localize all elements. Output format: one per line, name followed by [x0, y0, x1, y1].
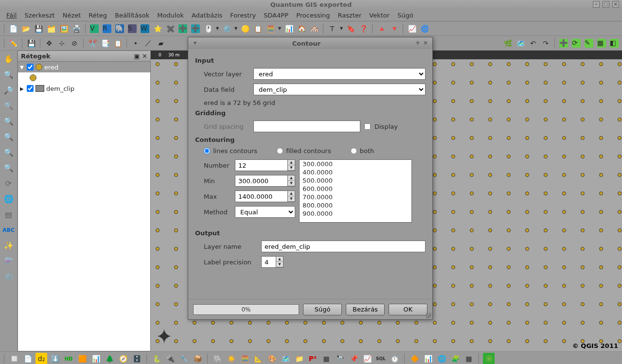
method-select[interactable]: Equal — [235, 206, 295, 218]
point-feature[interactable] — [507, 173, 511, 177]
point-feature[interactable] — [174, 81, 178, 85]
point-feature[interactable] — [396, 339, 400, 343]
point-feature[interactable] — [396, 321, 400, 325]
point-feature[interactable] — [285, 321, 289, 325]
point-feature[interactable] — [562, 191, 566, 195]
btool-1-icon[interactable]: ◻️ — [8, 353, 20, 364]
point-feature[interactable] — [562, 247, 566, 251]
point-feature[interactable] — [174, 247, 178, 251]
pointer-icon[interactable]: 🖱️ — [202, 23, 214, 35]
edit-toggle-icon[interactable]: ✏️ — [7, 37, 19, 49]
calc-dropdown[interactable]: ▼ — [277, 23, 282, 35]
point-feature[interactable] — [544, 118, 548, 121]
point-feature[interactable] — [488, 173, 492, 177]
dialog-titlebar[interactable]: ▾ Contour + × — [188, 37, 432, 49]
point-feature[interactable] — [544, 321, 548, 325]
point-feature[interactable] — [562, 173, 566, 177]
point-feature[interactable] — [488, 99, 492, 103]
minimize-button[interactable]: – — [593, 1, 600, 8]
expand-toggle-icon[interactable]: ▶ — [20, 86, 25, 91]
point-feature[interactable] — [156, 173, 160, 177]
composer-icon[interactable]: 🖼️ — [58, 23, 70, 35]
point-feature[interactable] — [618, 247, 622, 251]
point-feature[interactable] — [507, 191, 511, 195]
point-feature[interactable] — [156, 62, 160, 66]
point-feature[interactable] — [507, 136, 511, 140]
point-feature[interactable] — [156, 155, 160, 158]
point-feature[interactable] — [470, 265, 474, 269]
point-feature[interactable] — [599, 81, 603, 85]
point-feature[interactable] — [581, 136, 585, 140]
point-feature[interactable] — [525, 228, 529, 232]
point-feature[interactable] — [507, 247, 511, 251]
paste-icon[interactable]: 📋 — [112, 37, 124, 49]
text-annotation-icon[interactable]: T — [326, 23, 338, 35]
point-feature[interactable] — [211, 339, 215, 343]
point-feature[interactable] — [451, 302, 455, 306]
pointer-dropdown[interactable]: ▼ — [215, 23, 220, 35]
btool-23-icon[interactable]: ▦ — [320, 353, 332, 364]
point-feature[interactable] — [451, 210, 455, 214]
point-feature[interactable] — [267, 339, 270, 343]
globe-icon[interactable]: 🌐 — [2, 192, 15, 205]
vector-layer-select[interactable]: ered — [253, 68, 426, 80]
point-feature[interactable] — [562, 265, 566, 269]
point-feature[interactable] — [525, 210, 529, 214]
btool-33-icon[interactable]: ▦ — [463, 353, 475, 364]
level-item[interactable]: 500.0000 — [300, 176, 411, 185]
point-feature[interactable] — [581, 118, 585, 121]
btool-10-icon[interactable]: 🗄️ — [131, 353, 142, 364]
panel-close-icon[interactable]: ✕ — [142, 52, 147, 60]
radio-both[interactable]: both — [351, 147, 374, 155]
point-feature[interactable] — [414, 321, 418, 325]
point-feature[interactable] — [451, 339, 455, 343]
point-feature[interactable] — [544, 210, 548, 214]
point-feature[interactable] — [507, 265, 511, 269]
move-feature-icon[interactable]: ✥ — [43, 37, 55, 49]
menu-view[interactable]: Nézet — [59, 11, 85, 20]
point-feature[interactable] — [451, 191, 455, 195]
level-item[interactable]: 600.0000 — [300, 185, 411, 193]
add-line-icon[interactable]: ／ — [142, 37, 154, 49]
btool-26-icon[interactable]: 📈 — [361, 353, 373, 364]
add-spatialite-icon[interactable]: S — [126, 23, 138, 35]
zoom-layer-icon[interactable]: 🔍 — [2, 130, 15, 143]
point-feature[interactable] — [525, 155, 529, 158]
layer-item-ered[interactable]: ▼ ered — [18, 62, 150, 72]
point-feature[interactable] — [322, 339, 326, 343]
btool-21-icon[interactable]: 📁 — [293, 353, 305, 364]
point-feature[interactable] — [581, 321, 585, 325]
save-as-icon[interactable]: 🗂️ — [45, 23, 57, 35]
point-feature[interactable] — [433, 62, 437, 66]
point-feature[interactable] — [507, 302, 511, 306]
menu-layer[interactable]: Réteg — [85, 11, 110, 20]
tool-a-icon[interactable]: 🟡 — [239, 23, 251, 35]
point-feature[interactable] — [618, 81, 622, 85]
btool-25-icon[interactable]: 📌 — [348, 353, 359, 364]
btool-11-icon[interactable]: 🐍 — [151, 353, 162, 364]
point-feature[interactable] — [618, 321, 622, 325]
dialog-menu-icon[interactable]: ▾ — [191, 39, 199, 47]
layers-tree[interactable]: ▼ ered ▶ dem_clip — [18, 62, 150, 351]
add-polygon-icon[interactable]: ▰ — [155, 37, 167, 49]
btool-22-icon[interactable]: P² — [307, 353, 319, 364]
point-feature[interactable] — [414, 339, 418, 343]
point-feature[interactable] — [433, 302, 437, 306]
point-feature[interactable] — [544, 228, 548, 232]
point-feature[interactable] — [618, 339, 622, 343]
point-feature[interactable] — [599, 302, 603, 306]
point-feature[interactable] — [267, 321, 270, 325]
point-feature[interactable] — [525, 136, 529, 140]
point-feature[interactable] — [433, 247, 437, 251]
point-feature[interactable] — [174, 228, 178, 232]
radio-filled[interactable]: filled contours — [277, 147, 331, 155]
point-feature[interactable] — [340, 321, 344, 325]
point-feature[interactable] — [303, 321, 307, 325]
data-field-select[interactable]: dem_clip — [253, 84, 426, 95]
point-feature[interactable] — [525, 339, 529, 343]
ok-button[interactable]: OK — [389, 304, 427, 315]
point-feature[interactable] — [488, 210, 492, 214]
home-icon[interactable]: 🏠 — [296, 23, 307, 35]
point-feature[interactable] — [581, 62, 585, 66]
map2-icon[interactable]: ⟳ — [570, 37, 582, 49]
